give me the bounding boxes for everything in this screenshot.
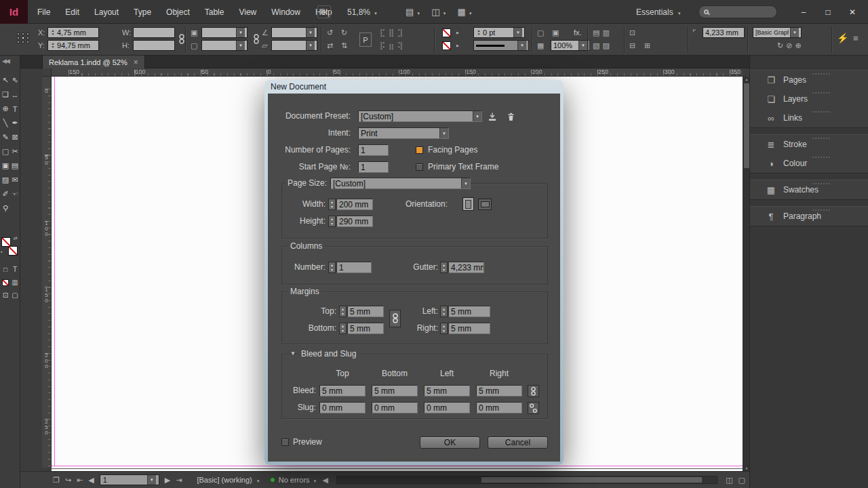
margin-top-stepper[interactable] (339, 306, 347, 317)
select-container-icon[interactable]: P (359, 33, 372, 47)
slug-field[interactable]: 0 mm (476, 402, 522, 413)
preflight-status[interactable]: No errors (270, 476, 317, 484)
preview-view-button[interactable]: ▢ (10, 289, 20, 302)
chevron-down-icon[interactable] (578, 41, 587, 50)
menu-object[interactable]: Object (159, 7, 197, 17)
margin-left-field[interactable]: 5 mm (448, 306, 490, 317)
menu-table[interactable]: Table (197, 7, 232, 17)
menu-layout[interactable]: Layout (87, 7, 126, 17)
margin-bottom-stepper[interactable] (339, 323, 347, 334)
page-tool[interactable]: ❏ (1, 87, 10, 102)
rectangle-frame-tool[interactable]: ⊠ (10, 130, 20, 144)
swap-fill-stroke-icon[interactable]: ⇄ (14, 236, 18, 241)
gradient-swatch-tool[interactable]: ▤ (10, 159, 20, 173)
bridge-button[interactable]: Br (317, 5, 331, 18)
effects-button[interactable]: fx. (574, 27, 582, 38)
apply-color-button[interactable] (1, 276, 10, 289)
direct-selection-tool[interactable]: ⇖ (10, 73, 20, 87)
orientation-portrait-button[interactable] (462, 197, 474, 211)
text-wrap-icons-row2[interactable]: ▧▨ (593, 40, 612, 51)
panel-menu-icon[interactable]: ≡ (853, 33, 859, 43)
margin-right-stepper[interactable] (440, 323, 448, 334)
gutter-stepper[interactable] (440, 262, 448, 273)
columns-number-field[interactable]: 1 (336, 262, 372, 273)
hand-tool[interactable]: ☜ (10, 187, 20, 201)
primary-text-frame-checkbox[interactable] (416, 163, 423, 171)
width-stepper[interactable] (328, 199, 336, 210)
pen-tool[interactable]: ✒ (10, 116, 20, 130)
y-position-field[interactable]: 94,75 mm (47, 40, 99, 51)
reference-point-proxy[interactable] (17, 33, 30, 43)
free-transform-tool[interactable]: ▣ (1, 159, 10, 173)
stroke-swatch[interactable] (8, 246, 18, 256)
view-options-icon[interactable]: ▤ (406, 7, 420, 17)
opacity-field[interactable]: 100% (551, 40, 590, 51)
height-field[interactable] (133, 40, 175, 51)
arrange-documents-icon[interactable]: ▦ (458, 7, 473, 17)
stroke-weight-field[interactable]: 0 pt (473, 27, 525, 38)
menu-file[interactable]: File (30, 7, 58, 17)
content-collector-tool[interactable]: ⊕ (1, 102, 10, 116)
gap-tool[interactable]: ↔ (10, 87, 20, 102)
maximize-button[interactable]: □ (816, 0, 840, 24)
orientation-landscape-button[interactable] (478, 199, 492, 210)
document-icon[interactable]: ❐ (53, 476, 60, 485)
facing-pages-checkbox[interactable] (416, 146, 423, 154)
height-stepper[interactable] (328, 216, 336, 227)
scrollbar-thumb[interactable] (481, 477, 702, 483)
note-tool[interactable]: ✉ (10, 173, 20, 187)
cancel-button[interactable]: Cancel (488, 436, 548, 449)
fill-color-swatch[interactable]: ▶ (442, 40, 459, 51)
margin-left-stepper[interactable] (440, 306, 448, 317)
bleed-field[interactable]: 5 mm (372, 385, 418, 396)
fill-swatch[interactable] (1, 237, 11, 247)
number-of-pages-field[interactable]: 1 (358, 144, 389, 156)
ruler-origin-corner[interactable] (42, 68, 52, 77)
chevron-down-icon[interactable] (513, 28, 522, 37)
fit-content-icon[interactable]: ⊟ (629, 40, 635, 51)
rotate-cw-icon[interactable]: ↻ (341, 27, 347, 38)
frame-corner-icon[interactable]: ▣ (552, 27, 559, 38)
unlink-slug-icon[interactable] (528, 402, 539, 414)
chevron-down-icon[interactable] (306, 41, 315, 50)
split-window-icon[interactable]: ◫ (726, 476, 732, 485)
panel-button-colour[interactable]: ◑Colour (750, 154, 868, 173)
flip-horizontal-icon[interactable]: ⇄ (327, 40, 333, 51)
chevron-down-icon[interactable] (517, 41, 526, 50)
line-tool[interactable]: ╲ (1, 116, 10, 130)
close-tab-icon[interactable]: × (134, 58, 138, 67)
fill-stroke-widget[interactable]: ⇄ ▪ (1, 237, 19, 259)
flip-vertical-icon[interactable]: ⇅ (341, 40, 347, 51)
gutter-field[interactable]: 4,233 mm (448, 262, 484, 273)
preview-checkbox[interactable] (281, 439, 289, 446)
minimize-button[interactable]: – (792, 0, 815, 24)
save-preset-icon[interactable] (486, 110, 498, 122)
collapse-panel-icon[interactable]: ◀◀ (2, 58, 9, 64)
chevron-down-icon[interactable] (790, 28, 799, 37)
selection-tool[interactable]: ↖ (1, 73, 10, 87)
document-preset-select[interactable]: [Custom] (358, 110, 482, 122)
page-size-select[interactable]: [Custom] (330, 178, 471, 189)
margin-bottom-field[interactable]: 5 mm (347, 323, 384, 334)
eyedropper-tool[interactable]: ✐ (1, 187, 10, 201)
rectangle-tool[interactable]: ▢ (1, 144, 10, 159)
width-field[interactable] (133, 27, 175, 38)
zoom-tool[interactable]: ⚲ (1, 201, 10, 216)
text-wrap-icons-row1[interactable]: ▤▥ (593, 27, 612, 38)
close-button[interactable]: ✕ (841, 0, 864, 24)
stepper-icon[interactable] (476, 29, 481, 36)
preflight-profile-select[interactable]: [Basic] (working) (197, 476, 260, 484)
chevron-down-icon[interactable] (147, 475, 156, 485)
align-icons-row1[interactable]: ⣏⣿⣹ (380, 27, 406, 38)
corner-radius-field[interactable]: 4,233 mm (703, 27, 745, 38)
panel-button-layers[interactable]: ❏Layers (750, 89, 868, 108)
chevron-down-icon[interactable] (306, 28, 315, 37)
panel-button-links[interactable]: ∞Links (750, 108, 868, 127)
formatting-affects-text-button[interactable]: T (10, 263, 20, 276)
panel-button-pages[interactable]: ❐Pages (750, 70, 868, 89)
frame-fitting-icon[interactable]: ⊡ (629, 27, 635, 38)
bleed-field[interactable]: 5 mm (476, 385, 522, 396)
stroke-style-select[interactable] (473, 40, 529, 51)
previous-page-icon[interactable]: ◀ (88, 476, 94, 485)
last-page-icon[interactable]: ⇥ (176, 476, 182, 485)
